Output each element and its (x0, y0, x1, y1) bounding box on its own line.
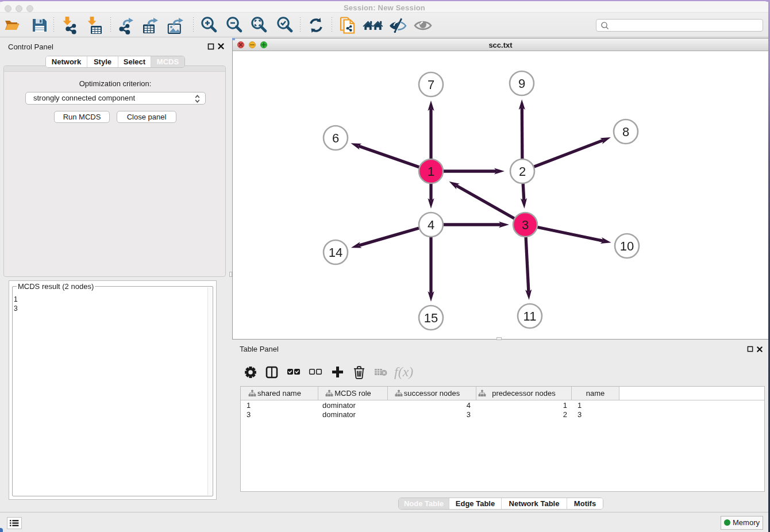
svg-text:11: 11 (523, 309, 537, 323)
svg-text:9: 9 (518, 76, 525, 91)
svg-text:15: 15 (424, 311, 438, 325)
svg-text:8: 8 (622, 125, 629, 139)
svg-text:10: 10 (620, 239, 634, 253)
svg-text:2: 2 (519, 164, 526, 179)
svg-text:7: 7 (428, 78, 434, 92)
svg-text:14: 14 (329, 245, 342, 260)
svg-text:4: 4 (428, 218, 434, 232)
svg-text:6: 6 (332, 131, 339, 145)
svg-text:3: 3 (522, 218, 529, 232)
svg-text:1: 1 (428, 164, 434, 179)
